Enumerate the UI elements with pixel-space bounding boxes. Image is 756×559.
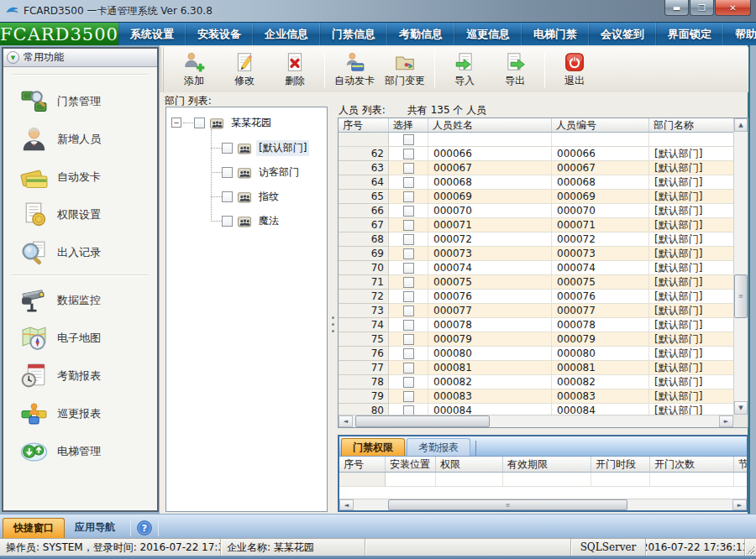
collapse-minus-icon[interactable]: −: [171, 118, 181, 128]
tree-node-label[interactable]: 某某花园: [228, 115, 274, 131]
menu-item-attendance-info[interactable]: 考勤信息: [387, 23, 454, 45]
col-header-code[interactable]: 人员编号: [552, 118, 649, 132]
row-checkbox[interactable]: [403, 163, 414, 174]
sidebar-item-door-management[interactable]: 门禁管理: [3, 82, 157, 120]
tree-node-label[interactable]: 魔法: [256, 213, 281, 229]
row-checkbox[interactable]: [403, 234, 414, 245]
maximize-button[interactable]: ❐: [690, 0, 714, 16]
row-checkbox[interactable]: [403, 277, 414, 288]
row-checkbox[interactable]: [403, 391, 414, 402]
col-header-name[interactable]: 人员姓名: [428, 118, 552, 132]
sidebar-item-data-monitor[interactable]: 数据监控: [3, 281, 157, 319]
col-header-permission[interactable]: 权限: [436, 457, 503, 472]
col-header-dept[interactable]: 部门名称: [649, 118, 733, 132]
help-icon[interactable]: ?: [136, 520, 153, 536]
sidebar-item-permission-settings[interactable]: 权限设置: [3, 196, 157, 233]
row-checkbox[interactable]: [403, 191, 414, 202]
exit-button[interactable]: 退出: [549, 49, 600, 91]
table-row[interactable]: 64 000068 000068 [默认部门]: [339, 175, 733, 190]
col-header-index[interactable]: 序号: [339, 457, 386, 472]
table-row[interactable]: 68 000072 000072 [默认部门]: [339, 232, 733, 247]
horizontal-scrollbar[interactable]: ◄ ►: [339, 415, 733, 427]
resize-grip[interactable]: [745, 539, 756, 556]
menu-item-patrol-info[interactable]: 巡更信息: [454, 23, 522, 45]
tab-app-navigation[interactable]: 应用导航: [65, 518, 125, 538]
scrollbar-thumb[interactable]: [355, 415, 490, 427]
tree-node-label[interactable]: 访客部门: [256, 165, 302, 180]
row-checkbox[interactable]: [403, 177, 414, 188]
import-button[interactable]: 导入: [439, 49, 490, 91]
tab-access-permission[interactable]: 门禁权限: [341, 438, 405, 456]
table-row[interactable]: 75 000079 000079 [默认部门]: [339, 332, 733, 347]
row-checkbox[interactable]: [403, 320, 414, 331]
row-checkbox[interactable]: [403, 220, 414, 231]
bottom-horizontal-scrollbar[interactable]: ◄ ≡ ►: [339, 499, 747, 510]
vertical-scrollbar[interactable]: ▲ ≡ ▼: [733, 118, 748, 415]
tree-checkbox[interactable]: [222, 143, 233, 154]
delete-button[interactable]: 删除: [270, 49, 320, 91]
sidebar-item-auto-card[interactable]: 自动发卡: [3, 158, 157, 196]
tree-checkbox[interactable]: [194, 118, 205, 128]
tab-quick-window[interactable]: 快捷窗口: [3, 518, 65, 538]
col-header-location[interactable]: 安装位置: [386, 457, 436, 472]
scroll-down-icon[interactable]: ▼: [734, 401, 748, 415]
sidebar-item-attendance-report[interactable]: 考勤报表: [3, 357, 157, 394]
table-row[interactable]: 79 000083 000083 [默认部门]: [339, 389, 733, 404]
select-all-checkbox[interactable]: [403, 134, 414, 145]
table-row[interactable]: 76 000080 000080 [默认部门]: [339, 347, 733, 361]
tree-node-label[interactable]: 指纹: [256, 189, 281, 205]
tree-child-node[interactable]: [默认部门]: [222, 139, 309, 156]
row-checkbox[interactable]: [403, 263, 414, 274]
modify-button[interactable]: 修改: [219, 49, 270, 91]
close-button[interactable]: ✕: [715, 0, 751, 16]
tree-child-node[interactable]: 访客部门: [222, 164, 302, 180]
tree-child-node[interactable]: 魔法: [222, 212, 281, 229]
table-row[interactable]: 69 000073 000073 [默认部门]: [339, 247, 733, 261]
menu-item-access-info[interactable]: 门禁信息: [320, 23, 387, 45]
row-checkbox[interactable]: [403, 248, 414, 259]
splitter-handle[interactable]: [329, 107, 336, 512]
dept-change-button[interactable]: 部门变更: [380, 49, 430, 91]
menu-item-system-settings[interactable]: 系统设置: [118, 23, 186, 45]
sidebar-item-elevator-management[interactable]: 电梯管理: [3, 432, 157, 470]
row-checkbox[interactable]: [403, 334, 414, 345]
table-row[interactable]: 71 000075 000075 [默认部门]: [339, 275, 733, 290]
row-checkbox[interactable]: [403, 405, 414, 415]
tree-checkbox[interactable]: [222, 191, 233, 202]
scroll-right-icon[interactable]: ►: [719, 415, 733, 427]
tree-child-node[interactable]: 指纹: [222, 188, 281, 205]
tree-checkbox[interactable]: [222, 216, 233, 227]
scrollbar-thumb[interactable]: ≡: [388, 499, 627, 510]
table-row[interactable]: 65 000069 000069 [默认部门]: [339, 190, 733, 204]
menu-item-company-info[interactable]: 企业信息: [253, 23, 320, 45]
table-row[interactable]: 78 000082 000082 [默认部门]: [339, 375, 733, 389]
table-row[interactable]: 73 000077 000077 [默认部门]: [339, 304, 733, 318]
table-row[interactable]: 63 000067 000067 [默认部门]: [339, 161, 733, 175]
row-checkbox[interactable]: [403, 206, 414, 217]
collapse-icon[interactable]: ▼: [7, 51, 19, 64]
menu-item-device-setup[interactable]: 安装设备: [186, 23, 253, 45]
col-header-validity[interactable]: 有效期限: [503, 457, 591, 472]
tree-node-label[interactable]: [默认部门]: [256, 140, 309, 156]
scrollbar-thumb[interactable]: ≡: [734, 274, 748, 318]
row-checkbox[interactable]: [403, 363, 414, 374]
menu-item-elevator-access[interactable]: 电梯门禁: [522, 23, 589, 45]
col-header-open-period[interactable]: 开门时段: [591, 457, 650, 472]
scroll-up-icon[interactable]: ▲: [734, 118, 748, 132]
sidebar-item-patrol-report[interactable]: 巡更报表: [3, 394, 157, 432]
row-checkbox[interactable]: [403, 377, 414, 388]
export-button[interactable]: 导出: [490, 49, 540, 91]
sidebar-item-access-records[interactable]: 出入记录: [3, 233, 157, 271]
row-checkbox[interactable]: [403, 306, 414, 316]
menu-item-help[interactable]: 帮助: [723, 23, 756, 45]
table-row[interactable]: 74 000078 000078 [默认部门]: [339, 318, 733, 332]
add-button[interactable]: 添加: [169, 49, 219, 91]
sidebar-item-e-map[interactable]: 电子地图: [3, 319, 157, 357]
menu-item-meeting-signin[interactable]: 会议签到: [589, 23, 656, 45]
col-header-holiday[interactable]: 节假日: [734, 457, 747, 472]
row-checkbox[interactable]: [403, 149, 414, 159]
row-checkbox[interactable]: [403, 291, 414, 302]
sidebar-header[interactable]: ▼ 常用功能: [3, 49, 157, 67]
table-row[interactable]: 80 000084 000084 [默认部门]: [339, 404, 733, 415]
scroll-left-icon[interactable]: ◄: [339, 499, 354, 510]
